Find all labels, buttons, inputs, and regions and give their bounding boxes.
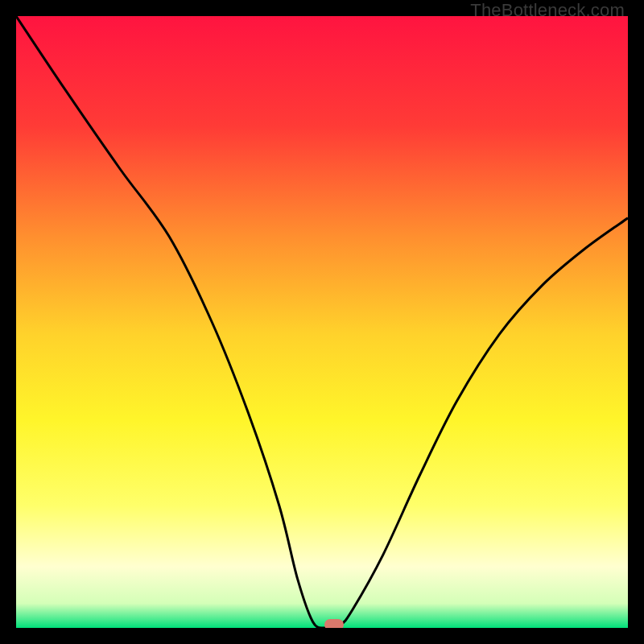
gradient-background [16,16,628,628]
optimal-point-marker [324,619,344,628]
chart-canvas [16,16,628,628]
watermark-text: TheBottleneck.com [470,0,625,21]
plot-area [16,16,628,628]
chart-frame: TheBottleneck.com [0,0,644,644]
